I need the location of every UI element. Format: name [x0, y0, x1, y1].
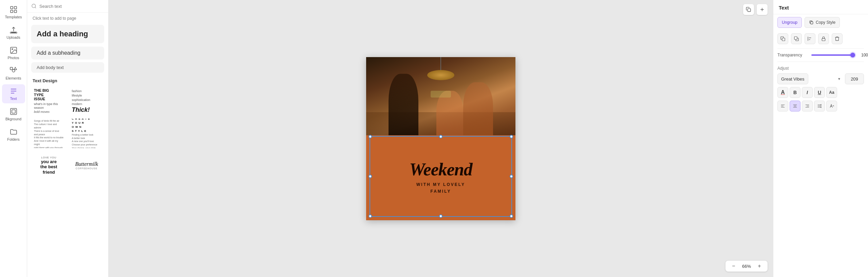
- handle-ml[interactable]: [369, 175, 372, 178]
- line-spacing-button[interactable]: [814, 101, 825, 111]
- design-card-3[interactable]: FLIGHT Songs of birds fill the airThe cu…: [31, 119, 67, 148]
- arrangement-row: [773, 31, 868, 47]
- search-bar: [27, 0, 108, 13]
- handle-tm[interactable]: [439, 135, 442, 138]
- align-center-button[interactable]: [790, 101, 800, 111]
- sidebar-item-folders[interactable]: Folders: [2, 125, 25, 144]
- handle-bl[interactable]: [369, 214, 372, 218]
- zoom-out-button[interactable]: −: [730, 262, 738, 270]
- ungroup-button[interactable]: Ungroup: [777, 17, 802, 28]
- svg-rect-8: [10, 67, 13, 70]
- sidebar-label-background: Bkground: [5, 117, 21, 121]
- lock-button[interactable]: [818, 33, 829, 44]
- sidebar-label-templates: Templates: [5, 15, 22, 19]
- svg-rect-3: [14, 10, 17, 13]
- divider-1: [777, 48, 864, 49]
- add-subheading-button[interactable]: Add a subheading: [31, 47, 104, 59]
- handle-tr[interactable]: [510, 135, 513, 138]
- design2-line2: Thick!: [72, 106, 102, 114]
- align-row: [773, 99, 868, 113]
- transparency-slider[interactable]: [811, 54, 855, 56]
- svg-rect-18: [794, 37, 797, 39]
- right-panel-header: Text: [773, 0, 868, 14]
- underline-color-button[interactable]: A: [777, 87, 788, 98]
- svg-rect-16: [782, 38, 785, 41]
- design2-line1: fashionlifestylesophisticationmodern: [72, 89, 102, 106]
- font-row: Great Vibes: [773, 72, 868, 86]
- tool-sidebar: Templates Uploads Photos Elements Text: [0, 0, 27, 277]
- design-card-6[interactable]: Buttermilk COFFEEHOUSE: [69, 151, 105, 180]
- handle-bm[interactable]: [439, 214, 442, 218]
- divider-2: [777, 62, 864, 62]
- right-panel: Text Ungroup Copy Style: [773, 0, 868, 277]
- transparency-row: Transparency 100: [773, 50, 868, 60]
- sidebar-item-elements[interactable]: Elements: [2, 64, 25, 83]
- sidebar-item-text[interactable]: Text: [2, 84, 25, 103]
- search-input[interactable]: [39, 4, 104, 9]
- sidebar-label-uploads: Uploads: [6, 35, 20, 39]
- svg-rect-14: [811, 22, 813, 24]
- search-icon: [31, 3, 37, 9]
- sidebar-label-folders: Folders: [7, 137, 20, 141]
- svg-rect-11: [12, 110, 15, 113]
- duplicate-button[interactable]: [743, 4, 754, 15]
- design-card-1[interactable]: THE BIGTYPEISSUE what's in type this sea…: [31, 87, 67, 116]
- italic-button[interactable]: I: [802, 87, 813, 98]
- svg-rect-10: [11, 108, 17, 115]
- design5-line1: LOVE YOU: [34, 156, 64, 159]
- copy-style-button[interactable]: Copy Style: [805, 17, 840, 28]
- arrange-back-button[interactable]: [791, 33, 802, 44]
- sidebar-label-photos: Photos: [7, 56, 19, 60]
- text-format-row: A B I U Aa: [773, 86, 868, 99]
- add-body-button[interactable]: Add body text: [31, 62, 104, 73]
- zoom-in-button[interactable]: +: [755, 262, 763, 270]
- text-panel: Click text to add to page Add a heading …: [27, 0, 109, 277]
- canvas-toolbar: [743, 4, 768, 15]
- svg-rect-2: [11, 10, 13, 13]
- design-card-5[interactable]: LOVE YOU you arethe bestfriend: [31, 151, 67, 180]
- align-left-button[interactable]: [777, 101, 788, 111]
- sidebar-item-templates[interactable]: Templates: [2, 3, 25, 22]
- arrange-front-button[interactable]: [777, 33, 788, 44]
- svg-rect-4: [11, 32, 16, 33]
- canvas-subtitle: WITH MY LOVELY FAMILY: [416, 181, 465, 195]
- canvas-card[interactable]: Weekend WITH MY LOVELY FAMILY: [366, 57, 515, 220]
- design6-line2: COFFEEHOUSE: [72, 167, 102, 170]
- design1-line2: what's in type this seasonbold moves: [34, 102, 64, 114]
- sidebar-label-elements: Elements: [6, 76, 21, 80]
- canvas-title[interactable]: Weekend: [409, 161, 472, 178]
- svg-rect-1: [14, 6, 17, 9]
- panel-actions-row: Ungroup Copy Style: [773, 14, 868, 31]
- sidebar-item-uploads[interactable]: Uploads: [2, 23, 25, 42]
- design-card-4[interactable]: C R E A T EY O U RO W NS T Y L E Finding…: [69, 119, 105, 148]
- underline-button[interactable]: U: [814, 87, 825, 98]
- design4-line1: C R E A T EY O U RO W NS T Y L E: [72, 119, 102, 133]
- design-card-2[interactable]: fashionlifestylesophisticationmodern Thi…: [69, 87, 105, 116]
- font-select-wrapper: Great Vibes: [777, 73, 843, 84]
- handle-br[interactable]: [510, 214, 513, 218]
- canvas-photo: [366, 57, 515, 142]
- text-effects-button[interactable]: [826, 101, 837, 111]
- add-page-button[interactable]: [757, 4, 768, 15]
- design3-line2: Songs of birds fill the airThe culture I…: [34, 119, 64, 148]
- align-left-panel-button[interactable]: [805, 33, 815, 44]
- text-designs-grid: THE BIGTYPEISSUE what's in type this sea…: [27, 85, 108, 181]
- sidebar-item-photos[interactable]: Photos: [2, 44, 25, 63]
- font-select[interactable]: Great Vibes: [777, 73, 808, 84]
- handle-mr[interactable]: [510, 175, 513, 178]
- delete-button[interactable]: [832, 33, 843, 44]
- svg-marker-9: [14, 67, 17, 70]
- zoom-controls: − 66% +: [725, 261, 768, 272]
- handle-tl[interactable]: [369, 135, 372, 138]
- align-right-button[interactable]: [802, 101, 813, 111]
- add-heading-button[interactable]: Add a heading: [31, 25, 104, 43]
- svg-point-6: [12, 49, 13, 50]
- bold-button[interactable]: B: [790, 87, 800, 98]
- font-size-input[interactable]: [845, 73, 864, 84]
- case-button[interactable]: Aa: [826, 87, 837, 98]
- sidebar-item-background[interactable]: Bkground: [2, 105, 25, 124]
- transparency-label: Transparency: [777, 53, 808, 57]
- adjust-label: Adjust: [773, 63, 868, 72]
- svg-rect-0: [11, 6, 13, 9]
- design5-line2: you arethe bestfriend: [34, 159, 64, 175]
